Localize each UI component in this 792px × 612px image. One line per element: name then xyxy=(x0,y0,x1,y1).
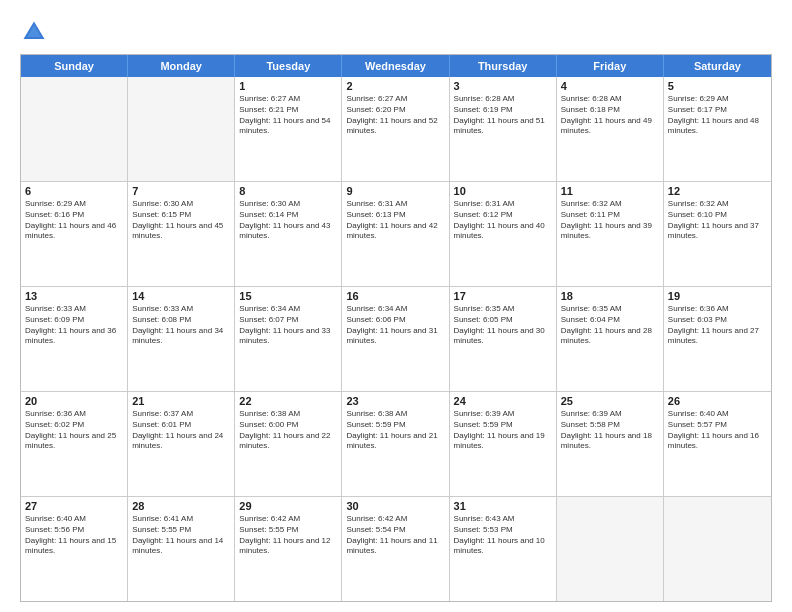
sunrise-text: Sunrise: 6:43 AM xyxy=(454,514,552,525)
sunset-text: Sunset: 5:54 PM xyxy=(346,525,444,536)
day-number: 3 xyxy=(454,80,552,92)
daylight-text: Daylight: 11 hours and 33 minutes. xyxy=(239,326,337,348)
sunset-text: Sunset: 6:20 PM xyxy=(346,105,444,116)
day-number: 11 xyxy=(561,185,659,197)
sunrise-text: Sunrise: 6:39 AM xyxy=(561,409,659,420)
daylight-text: Daylight: 11 hours and 43 minutes. xyxy=(239,221,337,243)
daylight-text: Daylight: 11 hours and 21 minutes. xyxy=(346,431,444,453)
sunset-text: Sunset: 6:16 PM xyxy=(25,210,123,221)
sunrise-text: Sunrise: 6:38 AM xyxy=(346,409,444,420)
sunrise-text: Sunrise: 6:36 AM xyxy=(25,409,123,420)
day-number: 23 xyxy=(346,395,444,407)
sunset-text: Sunset: 5:57 PM xyxy=(668,420,767,431)
sunset-text: Sunset: 6:04 PM xyxy=(561,315,659,326)
sunrise-text: Sunrise: 6:37 AM xyxy=(132,409,230,420)
calendar-cell: 11Sunrise: 6:32 AMSunset: 6:11 PMDayligh… xyxy=(557,182,664,286)
day-number: 5 xyxy=(668,80,767,92)
day-header-tuesday: Tuesday xyxy=(235,55,342,77)
sunrise-text: Sunrise: 6:42 AM xyxy=(239,514,337,525)
calendar-cell: 9Sunrise: 6:31 AMSunset: 6:13 PMDaylight… xyxy=(342,182,449,286)
day-header-thursday: Thursday xyxy=(450,55,557,77)
calendar-cell: 31Sunrise: 6:43 AMSunset: 5:53 PMDayligh… xyxy=(450,497,557,601)
sunset-text: Sunset: 6:11 PM xyxy=(561,210,659,221)
daylight-text: Daylight: 11 hours and 31 minutes. xyxy=(346,326,444,348)
calendar-week-4: 27Sunrise: 6:40 AMSunset: 5:56 PMDayligh… xyxy=(21,497,771,601)
day-number: 26 xyxy=(668,395,767,407)
daylight-text: Daylight: 11 hours and 25 minutes. xyxy=(25,431,123,453)
daylight-text: Daylight: 11 hours and 16 minutes. xyxy=(668,431,767,453)
calendar-cell: 22Sunrise: 6:38 AMSunset: 6:00 PMDayligh… xyxy=(235,392,342,496)
calendar-cell: 23Sunrise: 6:38 AMSunset: 5:59 PMDayligh… xyxy=(342,392,449,496)
sunset-text: Sunset: 6:12 PM xyxy=(454,210,552,221)
sunset-text: Sunset: 5:55 PM xyxy=(239,525,337,536)
calendar-cell: 8Sunrise: 6:30 AMSunset: 6:14 PMDaylight… xyxy=(235,182,342,286)
day-number: 9 xyxy=(346,185,444,197)
sunset-text: Sunset: 6:15 PM xyxy=(132,210,230,221)
day-number: 30 xyxy=(346,500,444,512)
calendar-cell: 16Sunrise: 6:34 AMSunset: 6:06 PMDayligh… xyxy=(342,287,449,391)
daylight-text: Daylight: 11 hours and 46 minutes. xyxy=(25,221,123,243)
day-number: 7 xyxy=(132,185,230,197)
day-number: 16 xyxy=(346,290,444,302)
day-number: 10 xyxy=(454,185,552,197)
day-number: 1 xyxy=(239,80,337,92)
sunrise-text: Sunrise: 6:27 AM xyxy=(239,94,337,105)
day-number: 14 xyxy=(132,290,230,302)
daylight-text: Daylight: 11 hours and 39 minutes. xyxy=(561,221,659,243)
day-number: 20 xyxy=(25,395,123,407)
sunset-text: Sunset: 6:18 PM xyxy=(561,105,659,116)
sunrise-text: Sunrise: 6:40 AM xyxy=(25,514,123,525)
calendar-cell: 20Sunrise: 6:36 AMSunset: 6:02 PMDayligh… xyxy=(21,392,128,496)
day-number: 31 xyxy=(454,500,552,512)
sunrise-text: Sunrise: 6:38 AM xyxy=(239,409,337,420)
calendar-cell: 29Sunrise: 6:42 AMSunset: 5:55 PMDayligh… xyxy=(235,497,342,601)
calendar-cell: 27Sunrise: 6:40 AMSunset: 5:56 PMDayligh… xyxy=(21,497,128,601)
day-number: 22 xyxy=(239,395,337,407)
sunset-text: Sunset: 6:21 PM xyxy=(239,105,337,116)
calendar-cell: 1Sunrise: 6:27 AMSunset: 6:21 PMDaylight… xyxy=(235,77,342,181)
sunrise-text: Sunrise: 6:30 AM xyxy=(132,199,230,210)
day-number: 28 xyxy=(132,500,230,512)
sunrise-text: Sunrise: 6:34 AM xyxy=(346,304,444,315)
calendar-header: SundayMondayTuesdayWednesdayThursdayFrid… xyxy=(21,55,771,77)
daylight-text: Daylight: 11 hours and 15 minutes. xyxy=(25,536,123,558)
sunset-text: Sunset: 5:59 PM xyxy=(454,420,552,431)
sunrise-text: Sunrise: 6:32 AM xyxy=(561,199,659,210)
daylight-text: Daylight: 11 hours and 14 minutes. xyxy=(132,536,230,558)
sunrise-text: Sunrise: 6:39 AM xyxy=(454,409,552,420)
sunrise-text: Sunrise: 6:34 AM xyxy=(239,304,337,315)
daylight-text: Daylight: 11 hours and 19 minutes. xyxy=(454,431,552,453)
day-header-monday: Monday xyxy=(128,55,235,77)
calendar-cell: 26Sunrise: 6:40 AMSunset: 5:57 PMDayligh… xyxy=(664,392,771,496)
calendar-cell: 18Sunrise: 6:35 AMSunset: 6:04 PMDayligh… xyxy=(557,287,664,391)
daylight-text: Daylight: 11 hours and 30 minutes. xyxy=(454,326,552,348)
sunrise-text: Sunrise: 6:28 AM xyxy=(561,94,659,105)
logo-icon xyxy=(20,18,48,46)
sunrise-text: Sunrise: 6:36 AM xyxy=(668,304,767,315)
daylight-text: Daylight: 11 hours and 49 minutes. xyxy=(561,116,659,138)
page-header xyxy=(20,18,772,46)
calendar-cell xyxy=(557,497,664,601)
daylight-text: Daylight: 11 hours and 22 minutes. xyxy=(239,431,337,453)
calendar-cell: 21Sunrise: 6:37 AMSunset: 6:01 PMDayligh… xyxy=(128,392,235,496)
sunrise-text: Sunrise: 6:33 AM xyxy=(132,304,230,315)
day-number: 24 xyxy=(454,395,552,407)
sunset-text: Sunset: 5:58 PM xyxy=(561,420,659,431)
sunset-text: Sunset: 6:03 PM xyxy=(668,315,767,326)
sunrise-text: Sunrise: 6:29 AM xyxy=(25,199,123,210)
sunset-text: Sunset: 6:10 PM xyxy=(668,210,767,221)
day-number: 29 xyxy=(239,500,337,512)
daylight-text: Daylight: 11 hours and 10 minutes. xyxy=(454,536,552,558)
daylight-text: Daylight: 11 hours and 52 minutes. xyxy=(346,116,444,138)
sunrise-text: Sunrise: 6:32 AM xyxy=(668,199,767,210)
calendar-cell xyxy=(664,497,771,601)
daylight-text: Daylight: 11 hours and 51 minutes. xyxy=(454,116,552,138)
sunrise-text: Sunrise: 6:33 AM xyxy=(25,304,123,315)
sunrise-text: Sunrise: 6:29 AM xyxy=(668,94,767,105)
daylight-text: Daylight: 11 hours and 37 minutes. xyxy=(668,221,767,243)
calendar-cell: 2Sunrise: 6:27 AMSunset: 6:20 PMDaylight… xyxy=(342,77,449,181)
sunset-text: Sunset: 6:13 PM xyxy=(346,210,444,221)
calendar-week-3: 20Sunrise: 6:36 AMSunset: 6:02 PMDayligh… xyxy=(21,392,771,497)
sunset-text: Sunset: 6:06 PM xyxy=(346,315,444,326)
day-number: 17 xyxy=(454,290,552,302)
